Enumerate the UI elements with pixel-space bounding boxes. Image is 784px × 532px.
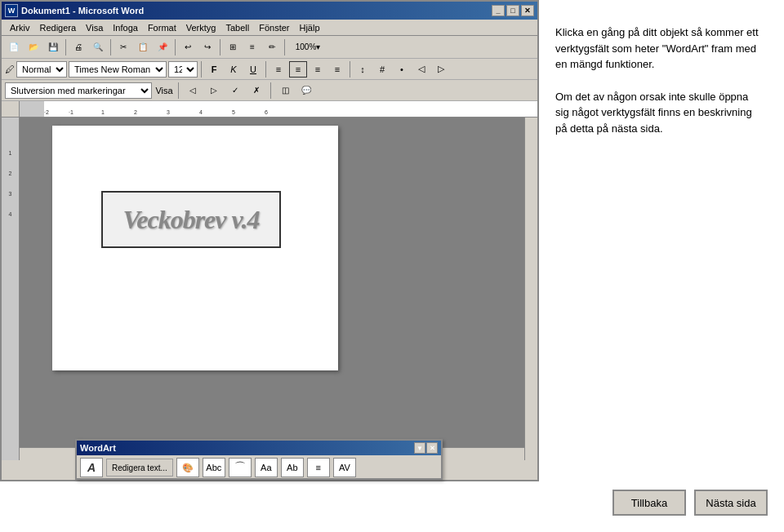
vruler-2: 2 [9, 171, 12, 176]
toolbar-1: 📄 📂 💾 🖨 🔍 ✂ 📋 📌 ↩ ↪ ⊞ ≡ ✏ 100%▾ [2, 36, 537, 59]
show-button[interactable]: Visa [155, 82, 173, 99]
sep-5 [284, 39, 285, 55]
columns-button[interactable]: ≡ [243, 38, 261, 56]
document-area: 1 2 3 4 Veckobrev v.4 [2, 117, 537, 460]
fmt-sep-3 [350, 61, 350, 78]
wordart-object[interactable]: Veckobrev v.4 [101, 191, 281, 248]
wordart-align-icon[interactable]: ≡ [307, 458, 330, 477]
sep-3 [175, 39, 176, 55]
wordart-tb-close[interactable]: ✕ [426, 442, 438, 454]
menu-verktyg[interactable]: Verktyg [181, 21, 221, 34]
bold-button[interactable]: F [205, 61, 223, 78]
numbering-button[interactable]: # [373, 61, 391, 78]
sep-1 [65, 39, 66, 55]
wordart-vertical-icon[interactable]: AV [333, 458, 356, 477]
preview-button[interactable]: 🔍 [89, 38, 107, 56]
align-right-button[interactable]: ≡ [309, 61, 327, 78]
sep-4 [220, 39, 220, 55]
fmt-sep-1 [201, 61, 202, 78]
copy-button[interactable]: 📋 [134, 38, 152, 56]
instruction-panel: Klicka en gång på ditt objekt så kommer … [543, 16, 776, 161]
minimize-button[interactable]: _ [492, 5, 505, 16]
align-center-button[interactable]: ≡ [289, 61, 307, 78]
menu-format[interactable]: Format [143, 21, 181, 34]
print-button[interactable]: 🖨 [69, 38, 87, 56]
paste-button[interactable]: 📌 [154, 38, 172, 56]
maximize-button[interactable]: □ [506, 5, 519, 16]
vertical-scrollbar[interactable] [524, 117, 537, 460]
wordart-toolbar-controls[interactable]: ▼ ✕ [414, 442, 438, 454]
sep-2 [110, 39, 111, 55]
size-select[interactable]: 12 [168, 61, 198, 78]
vruler-1: 1 [9, 150, 12, 156]
close-button[interactable]: ✕ [521, 5, 534, 16]
track-btn-2[interactable]: ▷ [205, 82, 223, 100]
instruction-paragraph-2: Om det av någon orsak inte skulle öppna … [555, 89, 764, 137]
review-btn[interactable]: 💬 [297, 82, 315, 100]
indent-decrease-button[interactable]: ◁ [412, 61, 430, 78]
track-btn-1[interactable]: ◁ [184, 82, 202, 100]
window-title: Dokument1 - Microsoft Word [21, 6, 492, 16]
word-window: W Dokument1 - Microsoft Word _ □ ✕ Arkiv… [0, 0, 539, 481]
vertical-ruler: 1 2 3 4 [2, 117, 20, 460]
wordart-format-icon[interactable]: Abc [203, 458, 225, 477]
status-bar: Slutversion med markeringar Visa ◁ ▷ ✓ ✗… [2, 80, 537, 101]
edit-text-button[interactable]: Redigera text... [106, 459, 173, 477]
ruler-mark-1: 1 [101, 109, 105, 115]
next-button[interactable]: Nästa sida [694, 490, 768, 516]
wordart-spacing-icon[interactable]: Ab [281, 458, 304, 477]
table-button[interactable]: ⊞ [224, 38, 242, 56]
undo-button[interactable]: ↩ [179, 38, 197, 56]
document-scroll[interactable]: Veckobrev v.4 [20, 117, 537, 460]
track-btn-3[interactable]: ✓ [226, 82, 244, 100]
menu-fonster[interactable]: Fönster [254, 21, 294, 34]
nav-buttons: Tillbaka Nästa sida [612, 490, 768, 516]
save-button[interactable]: 💾 [44, 38, 62, 56]
cut-button[interactable]: ✂ [114, 38, 132, 56]
view-select[interactable]: Slutversion med markeringar [5, 82, 152, 99]
track-btn-4[interactable]: ✗ [247, 82, 265, 100]
menu-visa[interactable]: Visa [81, 21, 108, 34]
ruler-mark-neg2: ·2 [44, 109, 49, 115]
style-select[interactable]: Normal [16, 61, 67, 78]
menu-hjalp[interactable]: Hjälp [294, 21, 324, 34]
ruler-inner: ·2 ·1 1 2 3 4 5 6 [44, 101, 537, 117]
document-page: Veckobrev v.4 [52, 126, 338, 370]
wordart-gallery-icon[interactable]: 🎨 [176, 458, 199, 477]
open-button[interactable]: 📂 [24, 38, 42, 56]
ruler-area: ·2 ·1 1 2 3 4 5 6 [2, 101, 537, 117]
underline-button[interactable]: U [244, 61, 262, 78]
indent-increase-button[interactable]: ▷ [432, 61, 450, 78]
line-spacing-button[interactable]: ↕ [354, 61, 372, 78]
menu-infoga[interactable]: Infoga [108, 21, 143, 34]
font-select[interactable]: Times New Roman [69, 61, 167, 78]
new-button[interactable]: 📄 [5, 38, 23, 56]
wordart-tb-minimize[interactable]: ▼ [414, 442, 425, 454]
window-controls[interactable]: _ □ ✕ [492, 5, 534, 16]
instruction-paragraph-1: Klicka en gång på ditt objekt så kommer … [555, 24, 764, 73]
redo-button[interactable]: ↪ [198, 38, 216, 56]
wordart-toolbar-label: WordArt [80, 443, 414, 453]
align-left-button[interactable]: ≡ [270, 61, 287, 78]
zoom-select[interactable]: 100%▾ [288, 38, 327, 56]
wordart-toolbar: WordArt ▼ ✕ A Redigera text... 🎨 Abc ⌒ A… [75, 439, 443, 480]
back-button[interactable]: Tillbaka [612, 490, 686, 516]
justify-button[interactable]: ≡ [328, 61, 346, 78]
vruler-3: 3 [9, 191, 12, 197]
status-sep-2 [270, 82, 271, 99]
italic-button[interactable]: K [225, 61, 243, 78]
title-bar: W Dokument1 - Microsoft Word _ □ ✕ [2, 2, 537, 20]
status-sep-1 [178, 82, 179, 99]
menu-bar: Arkiv Redigera Visa Infoga Format Verkty… [2, 20, 537, 36]
wordart-size-icon[interactable]: Aa [255, 458, 278, 477]
drawing-button[interactable]: ✏ [263, 38, 281, 56]
wordart-shape-icon[interactable]: ⌒ [229, 458, 252, 477]
view-btn[interactable]: ◫ [276, 82, 294, 100]
menu-redigera[interactable]: Redigera [34, 21, 81, 34]
ruler-mark-4: 4 [199, 109, 203, 115]
menu-tabell[interactable]: Tabell [220, 21, 254, 34]
word-icon: W [5, 4, 18, 17]
menu-arkiv[interactable]: Arkiv [5, 21, 34, 34]
bullets-button[interactable]: • [393, 61, 411, 78]
wordart-icon: A [80, 458, 103, 477]
